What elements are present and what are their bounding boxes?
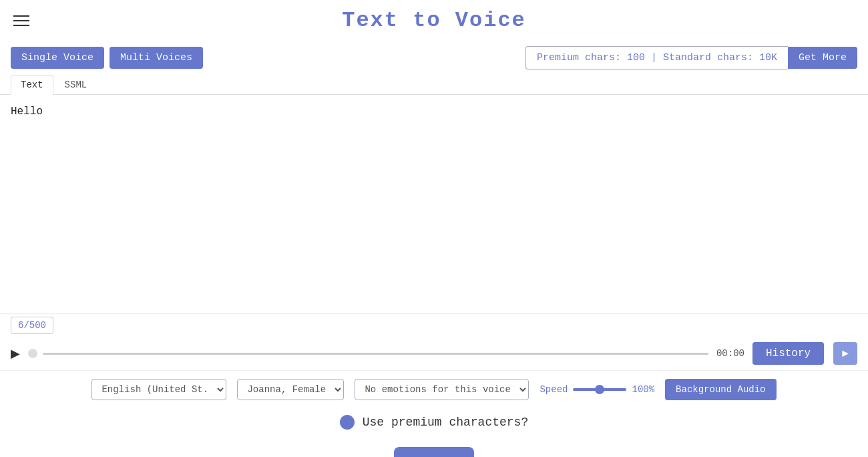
get-more-button[interactable]: Get More (788, 47, 857, 69)
tab-ssml[interactable]: SSML (55, 75, 97, 94)
top-bar: Single Voice Multi Voices Premium chars:… (0, 41, 868, 75)
text-input[interactable]: Hello (11, 106, 857, 299)
char-count: 6/500 (11, 317, 53, 334)
progress-container (28, 349, 708, 358)
tab-text[interactable]: Text (11, 75, 53, 95)
speed-value: 100% (632, 384, 654, 395)
controls-bar: English (United St. Joanna, Female No em… (0, 371, 868, 408)
speed-label: Speed (539, 384, 568, 395)
text-area-wrapper: Hello (0, 95, 868, 313)
tabs: Text SSML (0, 75, 868, 95)
play-button[interactable]: ▶ (11, 346, 20, 361)
big-play-button[interactable]: ▶ (394, 447, 474, 457)
time-display: 00:00 (716, 348, 744, 359)
app-title: Text to Voice (342, 8, 526, 33)
player-bar: ▶ 00:00 History ► (0, 337, 868, 371)
language-select[interactable]: English (United St. (91, 379, 226, 400)
voice-buttons: Single Voice Multi Voices (11, 47, 203, 69)
header: Text to Voice (0, 0, 868, 41)
progress-track (43, 353, 708, 355)
progress-thumb (28, 349, 37, 358)
char-count-bar: 6/500 (0, 313, 868, 337)
chars-info: Premium chars: 100 | Standard chars: 10K… (525, 46, 857, 69)
speed-control: Speed 100% (539, 384, 654, 395)
multi-voices-button[interactable]: Multi Voices (110, 47, 203, 69)
menu-button[interactable] (13, 15, 29, 26)
premium-row: Use premium characters? (0, 408, 868, 436)
history-button[interactable]: History (752, 342, 824, 365)
premium-toggle[interactable] (340, 415, 355, 430)
voice-select[interactable]: Joanna, Female (237, 379, 344, 400)
single-voice-button[interactable]: Single Voice (11, 47, 104, 69)
speed-slider[interactable] (573, 388, 626, 391)
emotion-select[interactable]: No emotions for this voice (355, 379, 529, 400)
background-audio-button[interactable]: Background Audio (665, 379, 776, 400)
chars-display: Premium chars: 100 | Standard chars: 10K (525, 46, 788, 69)
big-play-row: ▶ (0, 436, 868, 457)
next-button[interactable]: ► (833, 342, 857, 365)
premium-label: Use premium characters? (363, 416, 528, 429)
